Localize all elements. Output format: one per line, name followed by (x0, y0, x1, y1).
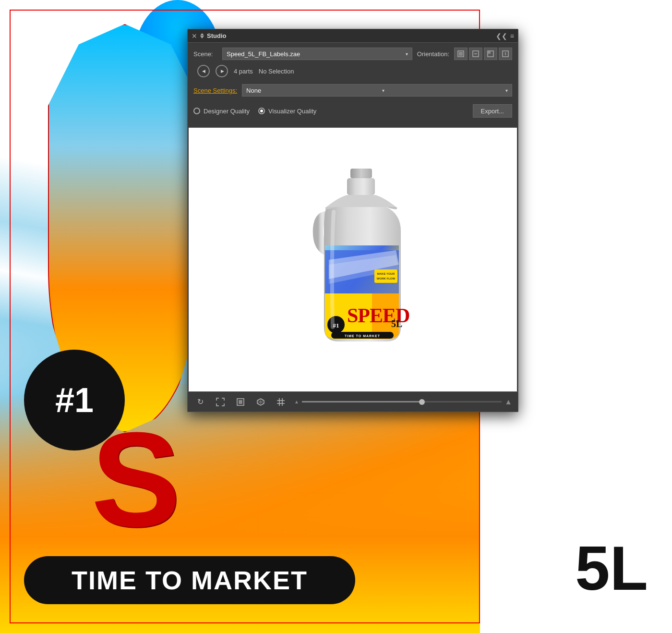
slider-area: ▲ ▲ (294, 398, 512, 406)
panel-content: Scene: Speed_5L_FB_Labels.zae ▾ Orientat… (188, 43, 518, 127)
parts-text: 4 parts (234, 68, 253, 75)
bottle-3d: SPEED #1 5L TIME TO MARKET MAKE YOUR WOR… (276, 154, 430, 365)
scene-settings-link[interactable]: Scene Settings: (193, 87, 237, 94)
scene-row: Scene: Speed_5L_FB_Labels.zae ▾ Orientat… (193, 48, 512, 60)
arrow-down-icon (200, 36, 204, 38)
title-bar-left: ✕ Studio (192, 32, 226, 40)
visualizer-quality-group: Visualizer Quality (258, 108, 316, 115)
grid-button[interactable] (274, 395, 288, 409)
export-button[interactable]: Export... (473, 104, 512, 118)
orientation-buttons (454, 48, 512, 60)
settings-value: None (246, 87, 261, 94)
orientation-btn-1[interactable] (454, 48, 468, 60)
number-one-text: #1 (55, 380, 94, 420)
zoom-slider[interactable] (302, 401, 502, 402)
orientation-btn-2[interactable] (469, 48, 482, 60)
slider-thumb (419, 399, 425, 405)
settings-dropdown-arrow: ▾ (382, 88, 384, 93)
scene-value: Speed_5L_FB_Labels.zae (227, 50, 300, 58)
scene-dropdown-arrow: ▾ (406, 51, 408, 57)
settings-dropdown[interactable]: None ▾ ▾ (242, 84, 512, 97)
collapse-arrows[interactable] (200, 33, 204, 38)
studio-panel: ✕ Studio ❮❮ ≡ Scene: Speed_5L_FB_Labels.… (187, 29, 518, 412)
scene-settings-row: Scene Settings: None ▾ ▾ (193, 84, 512, 97)
svg-rect-1 (459, 52, 463, 56)
designer-quality-group: Designer Quality (193, 108, 250, 115)
visualizer-quality-label: Visualizer Quality (268, 108, 316, 115)
visualizer-quality-radio[interactable] (258, 108, 265, 114)
refresh-icon: ↻ (197, 397, 204, 406)
svg-rect-20 (239, 400, 242, 404)
expand-icon (216, 398, 225, 406)
grid-icon (276, 398, 285, 406)
title-bar-right: ❮❮ ≡ (496, 32, 514, 40)
arrow-up-icon (200, 33, 204, 36)
designer-quality-radio[interactable] (193, 108, 200, 114)
menu-icon[interactable]: ❮❮ (496, 32, 507, 40)
panel-title: Studio (207, 32, 226, 39)
mountain-large-icon: ▲ (504, 398, 512, 406)
s-logo: S (91, 412, 181, 547)
play-button[interactable]: ▶ (216, 65, 228, 77)
cube-button[interactable] (254, 395, 267, 409)
no-selection-text: No Selection (259, 68, 294, 75)
frame-button[interactable] (234, 395, 247, 409)
svg-text:WORK FLOW: WORK FLOW (377, 277, 396, 280)
svg-text:5L: 5L (391, 318, 402, 329)
orientation-btn-4[interactable] (499, 48, 512, 60)
scene-dropdown[interactable]: Speed_5L_FB_Labels.zae ▾ (222, 48, 412, 60)
refresh-button[interactable]: ↻ (193, 395, 207, 409)
designer-quality-label: Designer Quality (204, 108, 250, 115)
title-bar: ✕ Studio ❮❮ ≡ (188, 29, 518, 43)
expand-button[interactable] (214, 395, 227, 409)
playback-row: ◀ ▶ 4 parts No Selection (193, 65, 512, 77)
time-to-market-bar: TIME TO MARKET (24, 556, 355, 604)
time-to-market-text: TIME TO MARKET (72, 565, 308, 595)
orientation-btn-3[interactable] (484, 48, 497, 60)
quality-row: Designer Quality Visualizer Quality Expo… (193, 104, 512, 118)
svg-rect-5 (488, 51, 491, 54)
hamburger-icon[interactable]: ≡ (510, 32, 514, 40)
viewport[interactable]: SPEED #1 5L TIME TO MARKET MAKE YOUR WOR… (189, 127, 517, 391)
frame-icon (236, 398, 245, 406)
radio-dot (260, 110, 263, 112)
svg-rect-16 (374, 269, 397, 283)
play-icon: ▶ (221, 69, 224, 73)
toolbar-bottom: ↻ (188, 391, 518, 412)
scene-label: Scene: (193, 50, 217, 58)
svg-rect-9 (347, 178, 375, 195)
svg-text:MAKE YOUR: MAKE YOUR (377, 272, 395, 275)
five-l-text: 5L (575, 532, 648, 604)
prev-icon: ◀ (202, 69, 205, 73)
prev-button[interactable]: ◀ (197, 65, 210, 77)
svg-text:TIME TO MARKET: TIME TO MARKET (345, 334, 380, 338)
close-button[interactable]: ✕ (192, 32, 197, 40)
mountain-small-icon: ▲ (294, 399, 299, 404)
cube-icon (256, 398, 265, 406)
svg-rect-8 (350, 169, 372, 178)
orientation-label: Orientation: (417, 50, 449, 58)
